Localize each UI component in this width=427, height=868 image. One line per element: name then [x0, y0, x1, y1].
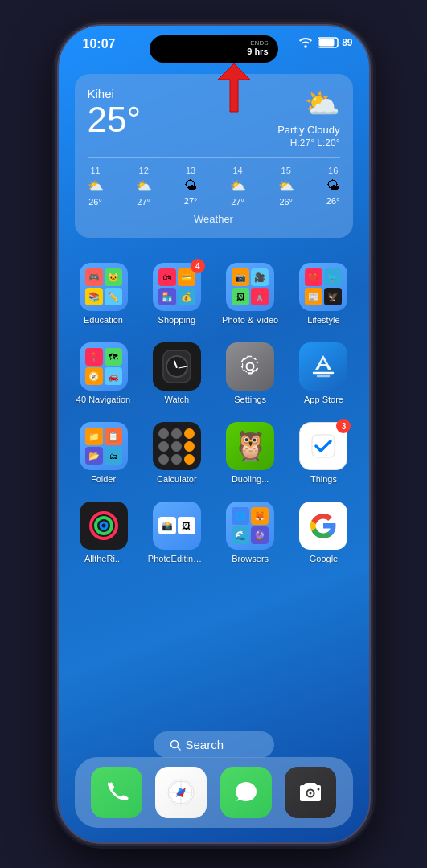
- status-time: 10:07: [83, 37, 116, 51]
- search-label: Search: [186, 738, 224, 751]
- forecast-day-13: 13 🌤 27°: [184, 166, 198, 207]
- shopping-badge: 4: [191, 259, 205, 273]
- svg-point-0: [304, 45, 307, 48]
- island-right: ENDS 9 hrs: [247, 40, 268, 57]
- weather-right: ⛅ Partly Cloudy H:27° L:20°: [277, 87, 339, 149]
- day-temp-12: 27°: [137, 197, 150, 207]
- day-temp-16: 26°: [326, 196, 340, 206]
- navigation-icon: 📍 🗺 🧭 🚗: [80, 342, 128, 391]
- battery-pct: 89: [342, 37, 352, 48]
- watch-face: [162, 350, 191, 383]
- day-num-14: 14: [232, 166, 242, 175]
- calculator-icon: [153, 422, 201, 470]
- island-hrs: 9 hrs: [247, 47, 268, 57]
- app-watch[interactable]: Watch: [148, 342, 206, 404]
- photoediting-icon: 📸 🖼: [153, 502, 201, 550]
- app-duolingo[interactable]: 🦉 Duoling...: [221, 422, 279, 484]
- forecast-day-16: 16 🌤 26°: [326, 166, 340, 207]
- weather-city: Kihei: [88, 87, 142, 100]
- app-appstore[interactable]: App Store: [294, 342, 352, 404]
- app-settings[interactable]: Settings: [221, 342, 279, 404]
- wifi-icon: [298, 37, 313, 48]
- forecast-day-14: 14 ⛅ 27°: [230, 166, 246, 207]
- messages-icon: [232, 779, 260, 806]
- things-check-svg: [309, 432, 338, 461]
- app-things[interactable]: 3 Things: [294, 422, 352, 484]
- dock-messages[interactable]: [220, 767, 272, 818]
- weather-widget[interactable]: Kihei 25° ⛅ Partly Cloudy H:27° L:20° 11…: [75, 74, 353, 238]
- battery-icon: 89: [318, 37, 352, 48]
- svg-point-7: [101, 522, 107, 529]
- island-ends-label: ENDS: [247, 40, 268, 47]
- watch-hour-hand: [173, 360, 177, 368]
- settings-icon: [226, 342, 274, 391]
- search-bar[interactable]: Search: [154, 731, 274, 758]
- lifestyle-label: Lifestyle: [307, 315, 339, 325]
- folder-label: Folder: [91, 474, 116, 484]
- app-row-4: AlltheRi... 📸 🖼 PhotoEditingSh... 🌐 🦊: [75, 502, 353, 563]
- camera-icon: [297, 779, 324, 806]
- safari-icon: [166, 778, 195, 807]
- island-left: ☂: [159, 43, 170, 55]
- app-lifestyle[interactable]: ❤️ 🐦 📰 🦅 Lifestyle: [294, 263, 352, 325]
- app-folder[interactable]: 📁 📋 📂 🗂 Folder: [75, 422, 133, 484]
- day-icon-11: ⛅: [88, 178, 104, 194]
- app-photoediting[interactable]: 📸 🖼 PhotoEditingSh...: [148, 502, 206, 563]
- app-row-2: 📍 🗺 🧭 🚗 40 Navigation: [75, 342, 353, 404]
- things-badge: 3: [336, 419, 351, 433]
- weather-condition: Partly Cloudy: [277, 124, 339, 136]
- things-label: Things: [310, 474, 337, 484]
- app-navigation[interactable]: 📍 🗺 🧭 🚗 40 Navigation: [75, 342, 133, 404]
- day-temp-13: 27°: [184, 196, 198, 206]
- app-calculator[interactable]: Calculator: [148, 422, 206, 484]
- day-icon-16: 🌤: [326, 178, 339, 193]
- google-icon: [299, 502, 347, 550]
- watch-label: Watch: [164, 395, 189, 404]
- day-icon-15: ⛅: [278, 178, 294, 194]
- svg-point-6: [96, 518, 112, 534]
- settings-label: Settings: [234, 395, 266, 404]
- browsers-label: Browsers: [232, 554, 269, 563]
- photoediting-label: PhotoEditingSh...: [148, 554, 206, 563]
- alltherings-icon: [80, 502, 128, 550]
- day-temp-15: 26°: [279, 197, 293, 207]
- shopping-icon: 🛍 💳 🏪 💰 4: [153, 263, 201, 311]
- weather-left: Kihei 25°: [88, 87, 142, 137]
- lifestyle-icon: ❤️ 🐦 📰 🦅: [299, 263, 347, 311]
- app-alltherings[interactable]: AlltheRi...: [75, 502, 133, 563]
- calculator-label: Calculator: [157, 474, 197, 484]
- appstore-label: App Store: [304, 395, 343, 404]
- alltherings-label: AlltheRi...: [84, 554, 122, 563]
- photo-video-icon: 📷 🎥 🖼 ✂️: [226, 263, 274, 311]
- watch-minute-hand: [178, 366, 187, 368]
- day-num-11: 11: [90, 166, 100, 175]
- app-browsers[interactable]: 🌐 🦊 🌊 🔮 Browsers: [221, 502, 279, 563]
- navigation-label: 40 Navigation: [76, 395, 130, 404]
- umbrella-icon: ☂: [159, 43, 170, 55]
- app-shopping[interactable]: 🛍 💳 🏪 💰 4 Shopping: [148, 263, 206, 325]
- dock-safari[interactable]: [155, 767, 207, 818]
- forecast-day-12: 12 ⛅ 27°: [136, 166, 152, 207]
- app-photo-video[interactable]: 📷 🎥 🖼 ✂️ Photo & Video: [221, 263, 279, 325]
- app-education[interactable]: 🎮 🐱 📚 ✏️ Education: [75, 263, 133, 325]
- watch-circle: [166, 355, 188, 378]
- svg-point-19: [318, 788, 320, 791]
- dock-camera[interactable]: [285, 767, 336, 818]
- battery-svg: [318, 37, 340, 48]
- weather-top: Kihei 25° ⛅ Partly Cloudy H:27° L:20°: [88, 87, 340, 149]
- browsers-icon: 🌐 🦊 🌊 🔮: [226, 502, 274, 550]
- app-google[interactable]: Google: [294, 502, 352, 563]
- dock-phone[interactable]: [91, 767, 142, 818]
- settings-gear-svg: [236, 353, 264, 380]
- duolingo-label: Duoling...: [232, 474, 269, 484]
- appstore-svg: [309, 352, 338, 381]
- app-row-3: 📁 📋 📂 🗂 Folder: [75, 422, 353, 484]
- photo-video-label: Photo & Video: [222, 315, 278, 325]
- day-num-16: 16: [328, 166, 338, 175]
- svg-point-18: [310, 792, 312, 795]
- day-num-15: 15: [281, 166, 291, 175]
- google-svg: [309, 511, 338, 540]
- duolingo-icon: 🦉: [226, 422, 274, 470]
- forecast-day-11: 11 ⛅ 26°: [88, 166, 104, 207]
- day-temp-14: 27°: [231, 197, 244, 207]
